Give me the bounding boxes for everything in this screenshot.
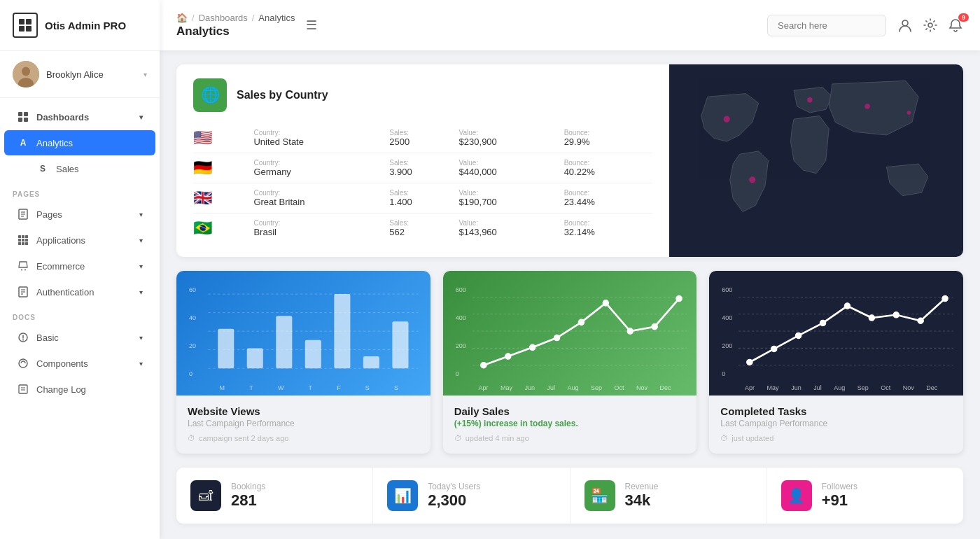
today-users-value: 2,300 — [428, 491, 480, 510]
sidebar-user: Brooklyn Alice ▾ — [0, 51, 160, 98]
svg-point-62 — [554, 335, 559, 340]
completed-tasks-x-labels: Apr May Jun Jul Aug Sep Oct Nov Dec — [719, 383, 953, 396]
svg-rect-48 — [247, 348, 263, 368]
sales-cell: Sales: 562 — [389, 214, 458, 244]
clock-icon: ⏱ — [454, 434, 462, 442]
svg-point-78 — [869, 315, 874, 321]
breadcrumb: 🏠 / Dashboards / Analytics Analytics — [176, 13, 295, 38]
logo-icon — [13, 13, 38, 38]
country-flag: 🇩🇪 — [193, 153, 253, 183]
sidebar-item-changelog[interactable]: Change Log — [4, 377, 155, 402]
sales-card-header: 🌐 Sales by Country — [193, 78, 652, 112]
revenue-value: 34k — [625, 491, 659, 510]
website-views-card: 60 40 20 0 — [176, 271, 430, 454]
svg-point-25 — [24, 270, 26, 271]
sales-cell: Sales: 2500 — [389, 123, 458, 153]
sidebar-item-authentication[interactable]: Authentication ▾ — [4, 279, 155, 304]
svg-rect-47 — [218, 329, 234, 369]
svg-point-40 — [864, 104, 869, 108]
changelog-label: Change Log — [36, 384, 86, 395]
basic-icon — [17, 331, 29, 344]
user-profile-icon[interactable] — [897, 18, 913, 33]
notifications-icon[interactable]: 9 — [948, 18, 963, 33]
menu-icon[interactable]: ☰ — [306, 18, 317, 33]
search-input[interactable] — [767, 15, 886, 36]
sidebar-item-dashboards[interactable]: Dashboards ▾ — [4, 104, 155, 130]
clock-icon: ⏱ — [188, 434, 195, 442]
revenue-label: Revenue — [625, 482, 659, 491]
svg-point-75 — [796, 332, 802, 338]
settings-icon[interactable] — [923, 18, 938, 33]
bottom-stat-revenue: 🏪 Revenue 34k — [570, 468, 767, 524]
sales-table-section: 🌐 Sales by Country 🇺🇸 Country: United St… — [176, 64, 669, 257]
svg-rect-8 — [24, 112, 28, 116]
country-flag: 🇧🇷 — [193, 214, 253, 244]
website-views-subtitle: Last Campaign Performance — [188, 419, 419, 428]
clock-icon: ⏱ — [720, 434, 728, 442]
daily-sales-info: Daily Sales (+15%) increase in today sal… — [443, 396, 697, 454]
svg-rect-7 — [18, 112, 22, 116]
svg-point-41 — [907, 111, 911, 114]
svg-rect-18 — [18, 239, 21, 241]
svg-point-67 — [676, 295, 681, 301]
ecommerce-chevron-icon: ▾ — [139, 262, 143, 270]
website-views-info: Website Views Last Campaign Performance … — [176, 396, 430, 454]
table-row: 🇧🇷 Country: Brasil Sales: 562 Value: $14… — [193, 214, 652, 244]
home-icon[interactable]: 🏠 — [176, 13, 188, 23]
authentication-chevron-icon: ▾ — [139, 288, 143, 296]
user-name: Brooklyn Alice — [46, 69, 136, 80]
ecommerce-icon — [17, 260, 29, 272]
svg-rect-49 — [276, 316, 292, 368]
today-users-info: Today's Users 2,300 — [428, 482, 480, 510]
svg-rect-52 — [363, 356, 379, 368]
sidebar-item-basic[interactable]: Basic ▾ — [4, 325, 155, 350]
content-area: 🌐 Sales by Country 🇺🇸 Country: United St… — [160, 50, 980, 539]
table-row: 🇬🇧 Country: Great Britain Sales: 1.400 V… — [193, 183, 652, 214]
sales-country-table: 🇺🇸 Country: United State Sales: 2500 Val… — [193, 123, 652, 243]
sidebar-item-sales[interactable]: S Sales — [4, 156, 155, 181]
bounce-cell: Bounce: 23.44% — [564, 183, 652, 214]
page-title: Analytics — [176, 24, 295, 38]
svg-rect-3 — [26, 26, 31, 31]
sidebar: Otis Admin PRO Brooklyn Alice ▾ Das — [0, 0, 160, 539]
sidebar-item-analytics[interactable]: A Analytics — [4, 130, 155, 155]
sidebar-item-components[interactable]: Components ▾ — [4, 351, 155, 376]
sidebar-item-pages[interactable]: Pages ▾ — [4, 202, 155, 227]
sidebar-item-applications[interactable]: Applications ▾ — [4, 227, 155, 253]
authentication-label: Authentication — [36, 287, 94, 298]
country-cell: Country: Brasil — [253, 214, 389, 244]
svg-point-81 — [942, 295, 948, 301]
table-row: 🇺🇸 Country: United State Sales: 2500 Val… — [193, 123, 652, 153]
revenue-info: Revenue 34k — [625, 482, 659, 510]
svg-rect-22 — [22, 242, 24, 245]
avatar — [13, 61, 39, 88]
bookings-label: Bookings — [231, 482, 265, 491]
bookings-icon: 🛋 — [190, 480, 221, 511]
pages-label: Pages — [36, 209, 62, 220]
breadcrumb-dashboards[interactable]: Dashboards — [199, 13, 248, 23]
daily-sales-chart: 600 400 200 0 — [443, 271, 697, 396]
svg-point-38 — [749, 176, 755, 183]
sales-label: Sales — [56, 164, 79, 174]
bookings-info: Bookings 281 — [231, 482, 265, 510]
basic-label: Basic — [36, 332, 59, 343]
svg-rect-9 — [18, 118, 22, 122]
svg-rect-51 — [334, 294, 350, 368]
globe-icon: 🌐 — [193, 78, 227, 112]
basic-chevron-icon: ▾ — [139, 334, 143, 342]
svg-point-74 — [771, 346, 777, 351]
svg-point-73 — [747, 359, 752, 365]
sidebar-item-ecommerce[interactable]: Ecommerce ▾ — [4, 253, 155, 279]
breadcrumb-current: Analytics — [258, 13, 295, 23]
applications-chevron-icon: ▾ — [139, 237, 143, 244]
sales-letter: S — [36, 162, 49, 175]
svg-point-35 — [902, 20, 908, 26]
bookings-value: 281 — [231, 491, 265, 510]
svg-rect-20 — [25, 239, 28, 241]
svg-rect-0 — [19, 19, 24, 24]
value-cell: Value: $440,000 — [459, 153, 564, 183]
sales-cell: Sales: 1.400 — [389, 183, 458, 214]
user-chevron-icon[interactable]: ▾ — [144, 71, 147, 78]
completed-tasks-title: Completed Tasks — [720, 405, 952, 417]
followers-info: Followers +91 — [822, 482, 858, 510]
